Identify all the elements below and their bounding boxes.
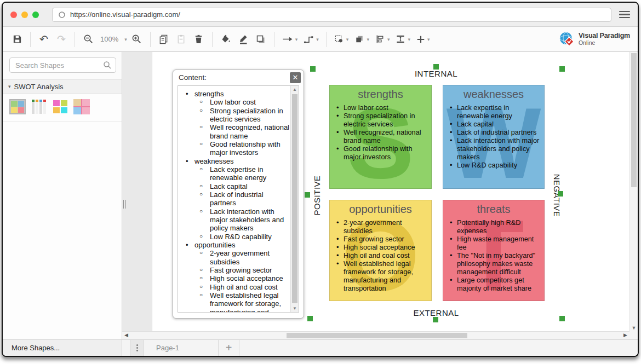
shape-swot-table[interactable] — [31, 99, 47, 114]
zoom-in-button[interactable] — [129, 31, 145, 48]
zoom-out-button[interactable] — [81, 31, 96, 48]
selection-handle-bottom-right[interactable] — [559, 316, 565, 321]
redo-icon: ↷ — [57, 34, 66, 44]
more-shapes-button[interactable]: More Shapes... — [3, 339, 122, 356]
swot-weaknesses-quadrant[interactable]: W weaknesses Lack expertise in renewable… — [443, 85, 545, 189]
layers-button[interactable]: ▾ — [352, 31, 371, 48]
shape-palette — [3, 94, 122, 122]
selection-caret-icon: ▾ — [346, 37, 349, 42]
canvas-vertical-scrollbar[interactable]: ▼ — [629, 52, 638, 331]
content-list-item: weaknesses — [178, 157, 290, 165]
reload-icon[interactable] — [58, 11, 66, 19]
quadrant-list-item: High social acceptance — [335, 244, 428, 252]
scroll-right-icon[interactable]: ▶ — [623, 332, 627, 338]
traffic-lights — [10, 11, 39, 18]
search-shapes-input[interactable] — [9, 57, 116, 73]
strengths-list: Low labor costStrong specialization in e… — [335, 104, 428, 161]
selection-handle-bottom-left[interactable] — [307, 316, 313, 321]
sidebar-section-swot-analysis[interactable]: ▾ SWOT Analysis — [3, 79, 122, 94]
maximize-window-button[interactable] — [32, 11, 39, 18]
quadrant-list-item: Fast growing sector — [335, 235, 428, 244]
selection-handle-top-right[interactable] — [559, 66, 565, 72]
zoom-level[interactable]: 100% — [98, 35, 121, 43]
weaknesses-list: Lack expertise in renewable energyLack c… — [449, 104, 541, 170]
content-list-subitem: 2-year government subsidies — [178, 249, 290, 266]
close-icon[interactable]: ✕ — [290, 72, 301, 83]
url-input[interactable] — [70, 10, 605, 19]
visual-paradigm-globe-icon — [558, 31, 576, 48]
arrow-style-button[interactable]: ▾ — [280, 31, 300, 48]
insert-button[interactable]: ▾ — [414, 31, 432, 48]
diagram-canvas[interactable]: INTERNAL EXTERNAL POSITIVE NEGATIVE S st… — [122, 52, 638, 339]
connector-style-button[interactable]: ▾ — [301, 31, 321, 48]
axis-label-internal[interactable]: INTERNAL — [381, 69, 491, 78]
quadrant-list-item: 2-year government subsidies — [335, 219, 428, 235]
scroll-down-icon[interactable]: ▼ — [630, 325, 638, 331]
selection-handle-top-center[interactable] — [433, 64, 439, 70]
toolbar-separator — [30, 32, 31, 47]
table-col — [39, 100, 42, 114]
quadrant-list-item: Well recognized, national brand name — [335, 129, 428, 145]
content-list-subitem: Lack interaction with major stakeholders… — [178, 207, 290, 233]
paste-button[interactable] — [174, 31, 189, 48]
content-list-subitem: Good relationship with major investors — [178, 140, 290, 157]
minimize-window-button[interactable] — [21, 11, 28, 18]
quadrant-list-item: High waste management fee — [449, 235, 541, 252]
quadrant-list-item: Well established legal framework for sto… — [335, 260, 428, 293]
url-bar[interactable] — [52, 8, 611, 22]
arrow-style-icon — [282, 34, 294, 44]
scroll-down-icon[interactable]: ▼ — [291, 306, 299, 311]
brand-sub: Online — [579, 40, 630, 46]
tab-page-1[interactable]: Page-1 — [144, 340, 219, 356]
swot-threats-quadrant[interactable]: T threats Potentially high R&D expensesH… — [443, 200, 545, 301]
shape-swot-matrix[interactable] — [9, 99, 26, 114]
delete-button[interactable] — [191, 31, 207, 48]
swot-opportunities-quadrant[interactable]: O opportunities 2-year government subsid… — [329, 200, 432, 301]
horizontal-scrollbar-thumb[interactable] — [287, 333, 467, 338]
selection-handle-top-left[interactable] — [310, 66, 316, 72]
swot-strengths-quadrant[interactable]: S strengths Low labor costStrong special… — [329, 85, 432, 189]
line-color-button[interactable] — [236, 31, 251, 48]
redo-button[interactable]: ↷ — [54, 31, 69, 48]
zoom-caret-icon[interactable]: ▾ — [124, 37, 127, 42]
opportunities-list: 2-year government subsidiesFast growing … — [335, 219, 428, 293]
vertical-scrollbar-thumb[interactable] — [631, 53, 637, 187]
sidebar-collapse-handle[interactable] — [123, 200, 126, 209]
content-list-subitem: Lack capital — [178, 182, 290, 190]
undo-button[interactable]: ↶ — [36, 31, 51, 48]
cross-cell-blue — [73, 107, 81, 114]
content-list-subitem: Lack of industrial partners — [178, 190, 290, 207]
scroll-left-icon[interactable]: ◀ — [124, 332, 128, 338]
copy-icon — [158, 34, 169, 44]
shadow-button[interactable] — [253, 31, 268, 48]
axis-label-external[interactable]: EXTERNAL — [381, 308, 491, 317]
axis-label-positive[interactable]: POSITIVE — [312, 171, 323, 220]
selection-handle-bottom-center[interactable] — [433, 317, 438, 322]
align-button[interactable]: ▾ — [373, 31, 392, 48]
selection-handle-mid-left[interactable] — [305, 192, 310, 198]
distribute-button[interactable]: ▾ — [393, 31, 412, 48]
arrow-style-caret-icon: ▾ — [295, 37, 298, 42]
scrollbar-corner — [629, 331, 638, 339]
close-window-button[interactable] — [10, 11, 17, 18]
content-scrollbar[interactable]: ▲ ▼ — [290, 86, 299, 312]
canvas-horizontal-scrollbar[interactable]: ◀ ▶ — [122, 331, 629, 339]
content-scrollbar-thumb[interactable] — [292, 94, 297, 303]
shape-swot-cross[interactable] — [73, 99, 90, 114]
selection-handle-mid-right[interactable] — [558, 191, 563, 197]
scroll-up-icon[interactable]: ▲ — [291, 87, 299, 92]
add-page-button[interactable]: + — [219, 340, 239, 356]
browser-menu-icon[interactable] — [619, 11, 630, 19]
shape-swot-blocks[interactable] — [52, 99, 68, 114]
table-col — [32, 100, 35, 114]
brand-name: Visual Paradigm — [579, 32, 630, 39]
matrix-cell-green — [11, 101, 18, 107]
selection-button[interactable]: ▾ — [332, 31, 351, 48]
page-menu-icon[interactable] — [130, 340, 144, 356]
content-panel-body[interactable]: strengthsLow labor costStrong specializa… — [178, 85, 299, 313]
copy-button[interactable] — [156, 31, 171, 48]
quadrant-list-item: Lack interaction with major stakeholders… — [449, 137, 541, 161]
fill-color-button[interactable] — [218, 31, 233, 48]
content-panel[interactable]: Content: ✕ strengthsLow labor costStrong… — [173, 70, 304, 319]
save-button[interactable] — [9, 31, 25, 48]
